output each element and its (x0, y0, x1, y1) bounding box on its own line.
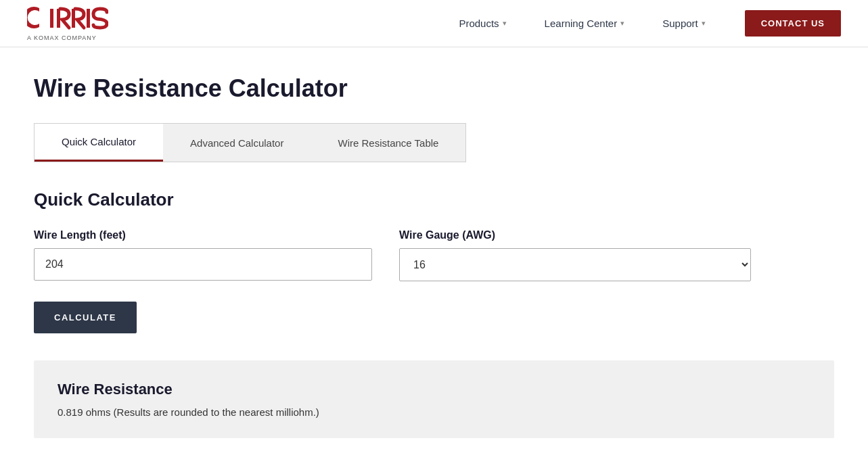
tab-advanced-calculator[interactable]: Advanced Calculator (163, 124, 311, 162)
svg-rect-0 (50, 9, 53, 28)
tab-wire-resistance-table[interactable]: Wire Resistance Table (311, 124, 465, 162)
fields-row: Wire Length (feet) Wire Gauge (AWG) 4 6 … (34, 229, 834, 281)
logo-subtitle: A KOMAX COMPANY (27, 34, 108, 41)
svg-rect-3 (87, 9, 90, 28)
wire-gauge-select[interactable]: 4 6 8 10 12 14 16 18 20 22 24 26 28 30 (399, 248, 751, 281)
wire-gauge-group: Wire Gauge (AWG) 4 6 8 10 12 14 16 18 20… (399, 229, 751, 281)
contact-us-button[interactable]: CONTACT US (745, 10, 841, 37)
nav-products[interactable]: Products ▾ (440, 0, 525, 47)
result-section: Wire Resistance 0.819 ohms (Results are … (34, 360, 834, 438)
support-chevron-icon: ▾ (702, 19, 706, 28)
result-title: Wire Resistance (58, 381, 810, 398)
wire-length-label: Wire Length (feet) (34, 229, 372, 241)
logo-name (27, 5, 108, 34)
products-chevron-icon: ▾ (503, 19, 507, 28)
logo: A KOMAX COMPANY (27, 5, 108, 41)
tab-quick-calculator[interactable]: Quick Calculator (35, 124, 163, 162)
page-title: Wire Resistance Calculator (34, 74, 834, 103)
learning-chevron-icon: ▾ (620, 19, 624, 28)
header: A KOMAX COMPANY Products ▾ Learning Cent… (0, 0, 868, 47)
nav-support[interactable]: Support ▾ (643, 0, 725, 47)
wire-length-group: Wire Length (feet) (34, 229, 372, 281)
wire-length-input[interactable] (34, 248, 372, 281)
result-value: 0.819 ohms (Results are rounded to the n… (58, 406, 810, 418)
nav-learning-center[interactable]: Learning Center ▾ (526, 0, 644, 47)
calculate-button[interactable]: CALCULATE (34, 302, 137, 333)
cirris-logo-svg (27, 5, 108, 31)
main-nav: Products ▾ Learning Center ▾ Support ▾ (440, 0, 724, 47)
tabs-container: Quick Calculator Advanced Calculator Wir… (34, 123, 466, 162)
wire-gauge-label: Wire Gauge (AWG) (399, 229, 751, 241)
main-content: Wire Resistance Calculator Quick Calcula… (0, 47, 868, 451)
section-title: Quick Calculator (34, 189, 834, 210)
